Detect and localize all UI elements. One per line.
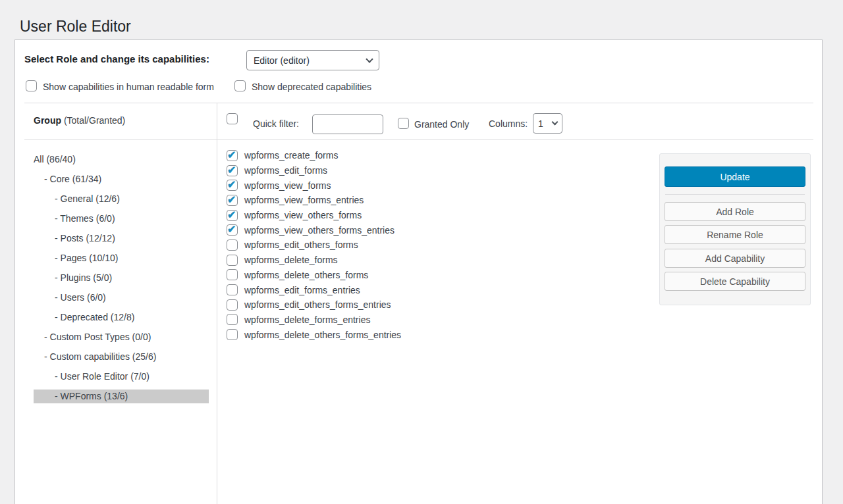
group-tree-item[interactable]: - Users (6/0)	[34, 291, 209, 305]
capability-row: wpforms_delete_forms_entries	[227, 313, 401, 328]
capability-label: wpforms_delete_forms	[244, 255, 338, 265]
divider	[665, 194, 805, 195]
group-tree-item[interactable]: - Deprecated (12/8)	[34, 311, 209, 324]
user-role-editor-panel: Select Role and change its capabilities:…	[14, 39, 823, 504]
capability-checkbox[interactable]	[227, 180, 238, 191]
actions-panel: Update Add Role Rename Role Add Capabili…	[659, 153, 811, 305]
capability-list: wpforms_create_formswpforms_edit_formswp…	[227, 148, 401, 342]
group-header-title: Group	[34, 115, 61, 126]
capability-row: wpforms_edit_forms	[227, 163, 401, 178]
columns-label: Columns:	[489, 118, 528, 129]
group-tree-item[interactable]: - Custom capabilities (25/6)	[34, 350, 209, 364]
vertical-divider	[217, 103, 217, 504]
capability-label: wpforms_view_others_forms	[244, 210, 362, 220]
capability-row: wpforms_delete_others_forms	[227, 268, 401, 283]
group-tree-item[interactable]: - Posts (12/12)	[34, 232, 209, 245]
rename-role-button[interactable]: Rename Role	[665, 225, 805, 244]
capability-row: wpforms_delete_others_forms_entries	[227, 327, 401, 342]
select-role-label: Select Role and change its capabilities:	[24, 53, 209, 64]
capability-label: wpforms_create_forms	[244, 150, 338, 161]
group-header: Group (Total/Granted)	[34, 115, 125, 126]
quick-filter-input[interactable]	[312, 114, 383, 134]
capability-label: wpforms_edit_others_forms_entries	[244, 299, 391, 310]
add-role-button[interactable]: Add Role	[665, 202, 805, 221]
chevron-down-icon	[366, 55, 373, 63]
granted-only-checkbox[interactable]	[398, 118, 409, 129]
update-button[interactable]: Update	[665, 166, 805, 187]
capability-label: wpforms_delete_others_forms_entries	[244, 330, 401, 340]
role-select[interactable]: Editor (editor)	[246, 50, 379, 70]
capability-row: wpforms_view_forms_entries	[227, 193, 401, 208]
capability-checkbox[interactable]	[227, 165, 238, 176]
delete-capability-button[interactable]: Delete Capability	[665, 272, 805, 291]
page-title: User Role Editor	[20, 17, 131, 37]
human-readable-checkbox[interactable]	[26, 80, 37, 91]
divider	[24, 103, 813, 103]
group-tree-item[interactable]: - User Role Editor (7/0)	[34, 370, 209, 384]
capability-checkbox[interactable]	[227, 314, 238, 325]
capability-label: wpforms_view_forms	[244, 180, 331, 191]
capability-row: wpforms_view_others_forms_entries	[227, 222, 401, 238]
group-header-subtitle: (Total/Granted)	[61, 115, 125, 126]
capability-label: wpforms_edit_others_forms	[244, 239, 358, 250]
group-tree-item[interactable]: - Plugins (5/0)	[34, 271, 209, 285]
capability-row: wpforms_edit_others_forms_entries	[227, 297, 401, 313]
group-tree-item[interactable]: All (86/40)	[34, 153, 209, 166]
group-tree-item[interactable]: - General (12/6)	[34, 192, 209, 206]
human-readable-label: Show capabilities in human readable form	[43, 82, 214, 92]
group-tree-item[interactable]: - Core (61/34)	[34, 172, 209, 186]
capability-label: wpforms_delete_others_forms	[244, 270, 368, 280]
capability-checkbox[interactable]	[227, 255, 238, 266]
capability-label: wpforms_delete_forms_entries	[244, 315, 370, 325]
capability-label: wpforms_view_others_forms_entries	[244, 225, 394, 236]
chevron-down-icon	[552, 119, 558, 126]
capability-row: wpforms_view_forms	[227, 178, 401, 193]
group-tree-item[interactable]: - Pages (10/10)	[34, 251, 209, 265]
deprecated-label: Show deprecated capabilities	[252, 82, 371, 92]
capability-row: wpforms_delete_forms	[227, 253, 401, 268]
deprecated-checkbox[interactable]	[234, 80, 246, 91]
capability-checkbox[interactable]	[227, 224, 238, 236]
group-tree-item[interactable]: - Themes (6/0)	[34, 212, 209, 226]
capability-row: wpforms_view_others_forms	[227, 208, 401, 223]
group-tree-item[interactable]: - Custom Post Types (0/0)	[34, 330, 209, 344]
capability-row: wpforms_edit_forms_entries	[227, 282, 401, 297]
capability-checkbox[interactable]	[227, 239, 238, 251]
capability-checkbox[interactable]	[227, 269, 238, 280]
select-all-checkbox[interactable]	[227, 113, 238, 124]
role-select-value: Editor (editor)	[254, 55, 367, 66]
capability-checkbox[interactable]	[227, 150, 238, 161]
capability-label: wpforms_view_forms_entries	[244, 195, 364, 205]
columns-select[interactable]: 1	[533, 113, 562, 134]
divider	[24, 139, 813, 140]
capability-checkbox[interactable]	[227, 284, 238, 295]
capability-checkbox[interactable]	[227, 329, 238, 340]
granted-only-label: Granted Only	[414, 119, 469, 130]
columns-select-value: 1	[538, 118, 553, 129]
capability-checkbox[interactable]	[227, 299, 238, 311]
quick-filter-label: Quick filter:	[253, 118, 299, 129]
capability-label: wpforms_edit_forms	[244, 165, 327, 176]
group-tree: All (86/40)- Core (61/34)- General (12/6…	[34, 153, 209, 409]
capability-checkbox[interactable]	[227, 195, 238, 206]
capability-label: wpforms_edit_forms_entries	[244, 285, 360, 295]
group-tree-item[interactable]: - WPForms (13/6)	[34, 390, 209, 403]
capability-checkbox[interactable]	[227, 210, 238, 221]
capability-row: wpforms_edit_others_forms	[227, 238, 401, 253]
capability-row: wpforms_create_forms	[227, 148, 401, 163]
add-capability-button[interactable]: Add Capability	[665, 249, 805, 268]
